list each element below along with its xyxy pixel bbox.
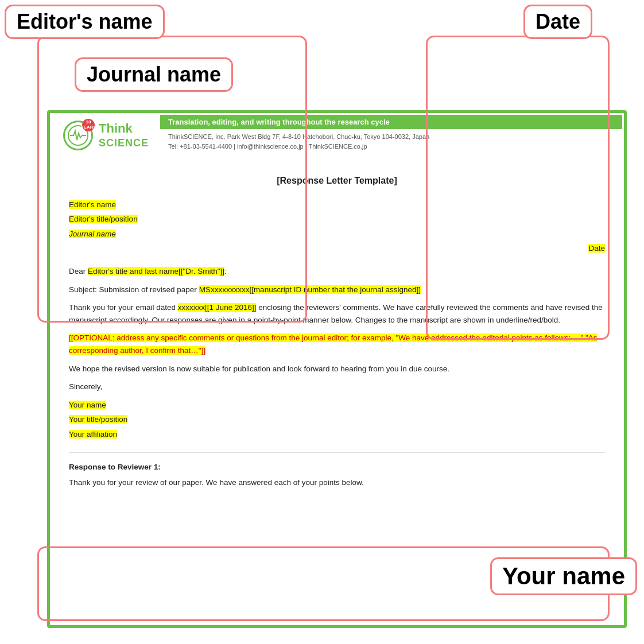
your-name-annotation: Your name	[490, 557, 637, 595]
editors-name-annotation: Editor's name	[5, 5, 165, 39]
green-border-box	[47, 110, 627, 628]
journal-name-annotation: Journal name	[75, 57, 233, 92]
date-annotation: Date	[523, 5, 592, 39]
